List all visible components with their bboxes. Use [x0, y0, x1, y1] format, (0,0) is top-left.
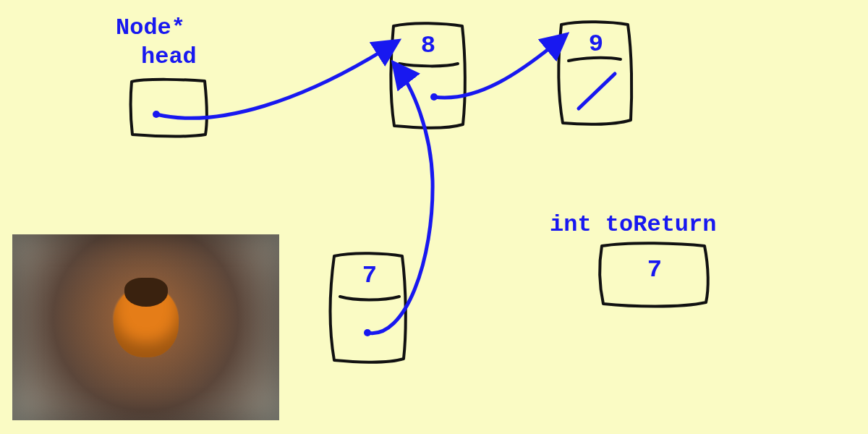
head-pointer-box [131, 80, 207, 136]
head-pointer-name-label: head [141, 43, 197, 70]
node-8-value: 8 [414, 32, 443, 59]
node-7-next-dot [364, 329, 371, 336]
arrow-8-to-9 [434, 38, 563, 98]
node-7-value: 7 [355, 262, 384, 289]
hornet-photo [12, 234, 279, 420]
node-9-value: 9 [582, 30, 610, 58]
node-8-divider [399, 64, 458, 66]
node-7-divider [340, 297, 399, 300]
to-return-value: 7 [640, 256, 669, 284]
node-9-divider [569, 58, 621, 61]
node-8-next-dot [430, 93, 438, 101]
head-pointer-type-label: Node* [116, 14, 185, 41]
to-return-label: int toReturn [550, 211, 716, 238]
node-9-null-slash [579, 74, 615, 109]
arrow-7-to-8 [367, 67, 433, 333]
head-pointer-dot [153, 111, 160, 118]
